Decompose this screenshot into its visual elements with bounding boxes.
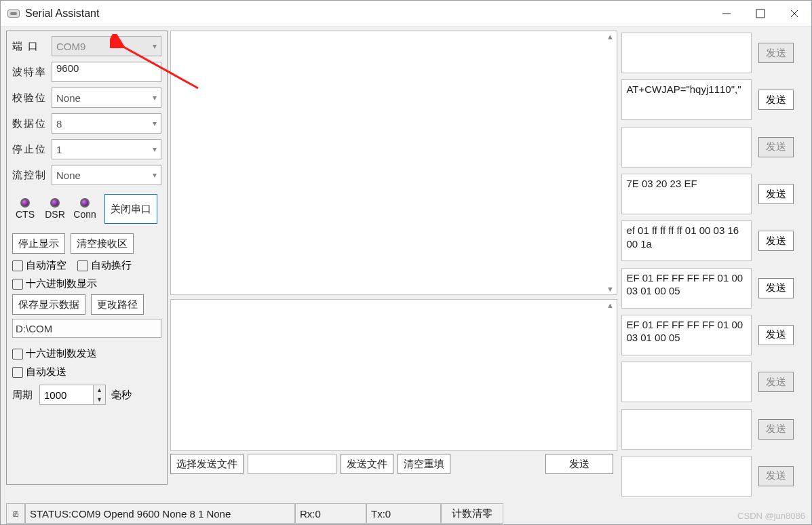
minimize-button[interactable]: [710, 1, 743, 26]
send-row: 发送: [621, 454, 807, 499]
dsr-label: DSR: [45, 209, 65, 220]
send-file-button[interactable]: 发送文件: [341, 454, 393, 474]
settings-panel: 端 口 COM9▾ 波特率 9600 校验位 None▾ 数据位 8▾ 停止位 …: [6, 31, 168, 485]
send-row: 发送: [621, 406, 807, 451]
send-text-input[interactable]: [621, 409, 752, 450]
chevron-down-icon: ▾: [153, 93, 157, 102]
send-area[interactable]: ▲: [170, 299, 617, 451]
close-port-button[interactable]: 关闭串口: [104, 194, 157, 224]
clear-refill-button[interactable]: 清空重填: [398, 454, 450, 474]
data-panel: ▲ ▼ ▲ 选择发送文件 发送文件 清空重填 发送: [170, 31, 617, 499]
statusbar: ⎚ STATUS:COM9 Opend 9600 None 8 1 None R…: [6, 503, 807, 524]
databits-value: 8: [56, 118, 62, 130]
send-row-button: 发送: [758, 372, 794, 392]
stopbits-label: 停止位: [12, 143, 52, 156]
conn-label: Conn: [73, 209, 96, 220]
maximize-button[interactable]: [743, 1, 777, 26]
conn-led: [80, 198, 90, 208]
send-text-input[interactable]: [621, 33, 752, 73]
send-row: AT+CWJAP="hqyj1110","发送: [621, 77, 807, 122]
cts-label: CTS: [16, 209, 35, 220]
send-row: ef 01 ff ff ff ff 01 00 03 16 00 1a发送: [621, 218, 807, 263]
spin-down-icon[interactable]: ▼: [94, 395, 105, 404]
send-row: 发送: [621, 359, 807, 404]
port-value: COM9: [56, 41, 85, 52]
send-button[interactable]: 发送: [545, 454, 613, 474]
send-row: EF 01 FF FF FF FF 01 00 03 01 00 05发送: [621, 313, 807, 357]
hex-display-checkbox[interactable]: 十六进制数显示: [12, 277, 97, 290]
change-path-button[interactable]: 更改路径: [91, 294, 144, 315]
send-row: 发送: [621, 125, 807, 170]
auto-wrap-checkbox[interactable]: 自动换行: [77, 259, 132, 272]
baud-value: 9600: [56, 62, 79, 74]
port-combo[interactable]: COM9▾: [52, 36, 161, 56]
chevron-down-icon: ▾: [153, 144, 157, 154]
multi-send-panel: 发送AT+CWJAP="hqyj1110","发送发送7E 03 20 23 E…: [621, 31, 807, 499]
send-row-button[interactable]: 发送: [758, 90, 794, 110]
close-button[interactable]: [777, 1, 811, 26]
receive-area[interactable]: ▲ ▼: [170, 31, 617, 295]
flow-value: None: [56, 170, 81, 181]
period-label: 周期: [12, 389, 39, 402]
period-spinner[interactable]: 1000 ▲▼: [39, 385, 106, 405]
send-text-input[interactable]: EF 01 FF FF FF FF 01 00 03 01 00 05: [621, 268, 752, 309]
send-text-input[interactable]: 7E 03 20 23 EF: [621, 174, 752, 214]
port-label: 端 口: [12, 40, 52, 53]
send-text-input[interactable]: EF 01 FF FF FF FF 01 00 03 01 00 05: [621, 315, 752, 355]
stopbits-value: 1: [56, 144, 62, 155]
send-row-button[interactable]: 发送: [758, 325, 794, 345]
status-text: STATUS:COM9 Opend 9600 None 8 1 None: [25, 503, 295, 524]
stopbits-combo[interactable]: 1▾: [52, 139, 161, 159]
databits-combo[interactable]: 8▾: [52, 113, 161, 134]
baud-label: 波特率: [12, 66, 52, 79]
period-value: 1000: [44, 389, 66, 401]
clear-count-button[interactable]: 计数清零: [441, 503, 503, 524]
parity-label: 校验位: [12, 92, 52, 104]
baud-input[interactable]: 9600: [52, 62, 161, 82]
status-icon: ⎚: [13, 509, 18, 519]
app-icon: [7, 9, 20, 18]
flow-combo[interactable]: None▾: [52, 165, 161, 185]
cts-led: [20, 198, 30, 208]
send-row-button[interactable]: 发送: [758, 231, 794, 251]
send-text-input[interactable]: [621, 362, 752, 402]
send-row: 发送: [621, 31, 807, 75]
send-text-input[interactable]: [621, 127, 752, 168]
parity-combo[interactable]: None▾: [52, 88, 161, 108]
send-row: 7E 03 20 23 EF发送: [621, 172, 807, 216]
rx-count: Rx:0: [295, 503, 366, 524]
hex-send-checkbox[interactable]: 十六进制数发送: [12, 347, 97, 360]
choose-file-button[interactable]: 选择发送文件: [170, 454, 244, 474]
titlebar: Serial Assistant: [1, 1, 811, 26]
file-path-input[interactable]: [248, 454, 336, 474]
flow-label: 流控制: [12, 169, 52, 182]
auto-send-checkbox[interactable]: 自动发送: [12, 366, 66, 378]
scroll-down-icon[interactable]: ▼: [606, 285, 614, 293]
spin-up-icon[interactable]: ▲: [94, 385, 105, 395]
send-text-input[interactable]: AT+CWJAP="hqyj1110",": [621, 79, 752, 120]
send-row-button[interactable]: 发送: [758, 278, 794, 298]
dsr-led: [50, 198, 60, 208]
clear-rx-button[interactable]: 清空接收区: [71, 233, 134, 254]
main-window: Serial Assistant 端 口 COM9▾ 波特率 9600 校验位 …: [0, 0, 812, 525]
send-row-button: 发送: [758, 466, 794, 486]
auto-wrap-label: 自动换行: [91, 259, 132, 271]
databits-label: 数据位: [12, 117, 52, 130]
send-row-button[interactable]: 发送: [758, 184, 794, 204]
scroll-up-icon[interactable]: ▲: [606, 33, 614, 41]
auto-clear-label: 自动清空: [26, 259, 66, 271]
save-data-button[interactable]: 保存显示数据: [12, 294, 85, 315]
send-text-input[interactable]: [621, 456, 752, 497]
watermark: CSDN @jun8086: [737, 511, 805, 521]
chevron-down-icon: ▾: [153, 170, 157, 180]
chevron-down-icon: ▾: [153, 119, 157, 128]
scroll-up-icon[interactable]: ▲: [606, 301, 614, 309]
send-text-input[interactable]: ef 01 ff ff ff ff 01 00 03 16 00 1a: [621, 220, 752, 261]
auto-send-label: 自动发送: [26, 366, 66, 377]
stop-display-button[interactable]: 停止显示: [12, 233, 65, 254]
hex-send-label: 十六进制数发送: [26, 347, 97, 359]
send-row-button: 发送: [758, 137, 794, 157]
path-display: D:\COM: [12, 319, 161, 338]
window-title: Serial Assistant: [25, 7, 99, 20]
auto-clear-checkbox[interactable]: 自动清空: [12, 259, 66, 272]
